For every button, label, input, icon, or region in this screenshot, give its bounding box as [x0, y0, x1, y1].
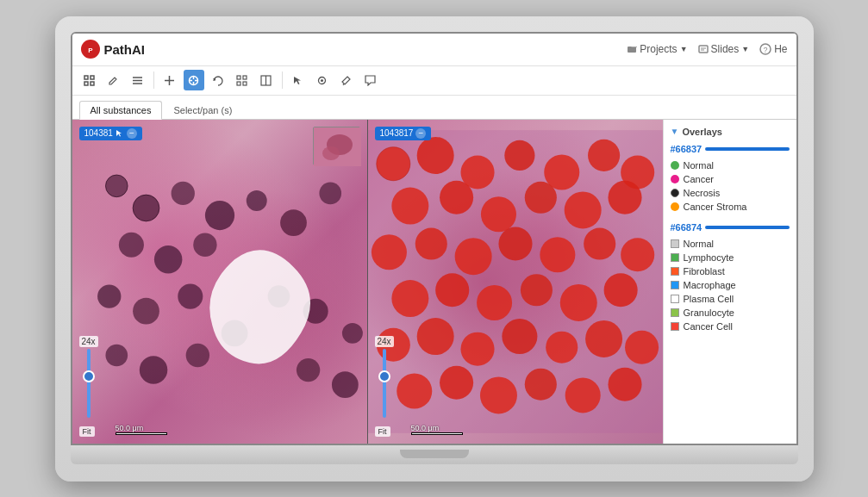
select-tool[interactable]	[184, 70, 204, 90]
svg-point-45	[139, 356, 166, 383]
overlay-item-cancer-stroma[interactable]: Cancer Stroma	[671, 200, 790, 214]
svg-rect-25	[237, 82, 240, 85]
overlay-slider-1[interactable]	[705, 147, 789, 151]
svg-point-68	[564, 191, 601, 228]
brush-tool[interactable]	[336, 70, 357, 90]
slides-icon	[698, 44, 709, 54]
svg-rect-11	[91, 82, 94, 85]
scale-label-right: 50.0 μm	[411, 424, 440, 432]
svg-point-43	[178, 283, 203, 308]
remove-slide-left-btn[interactable]: −	[127, 128, 137, 139]
separator	[153, 71, 154, 89]
svg-point-50	[341, 322, 362, 343]
slide-panel-left[interactable]: 104381 −	[72, 120, 368, 444]
svg-point-79	[477, 284, 512, 320]
svg-point-46	[185, 343, 209, 366]
comment-tool[interactable]	[360, 70, 381, 90]
svg-point-52	[331, 371, 358, 398]
svg-point-40	[319, 182, 341, 204]
color-square-lymphocyte	[671, 253, 679, 262]
logo-text: PathAI	[104, 42, 146, 57]
overlay-item-normal-1[interactable]: Normal	[671, 158, 790, 172]
overlay-item-granulocyte[interactable]: Granulocyte	[671, 306, 790, 320]
overlays-panel: ▼ Overlays #66837 Normal	[663, 120, 796, 444]
color-dot-cancer	[671, 175, 679, 183]
svg-point-78	[435, 273, 469, 307]
annotate-icon	[316, 75, 328, 86]
color-dot-necrosis	[671, 189, 679, 197]
svg-rect-23	[237, 76, 240, 79]
tab-select-pan[interactable]: Select/pan (s)	[162, 101, 243, 119]
zoom-label-left: 24x	[79, 336, 98, 347]
add-icon	[164, 75, 175, 86]
fit-button-left[interactable]: Fit	[79, 426, 95, 437]
select-icon	[188, 75, 199, 86]
overlay-id-1: #66837	[671, 144, 703, 154]
overlay-item-cancer-cell[interactable]: Cancer Cell	[671, 320, 790, 333]
svg-point-64	[391, 187, 428, 224]
svg-point-89	[625, 330, 659, 363]
scale-line-right	[411, 432, 463, 435]
list-icon	[132, 75, 143, 86]
color-square-macrophage	[671, 281, 679, 289]
help-icon: ?	[759, 43, 771, 55]
svg-rect-10	[84, 82, 88, 85]
overlays-title: ▼ Overlays	[671, 127, 790, 137]
application: P PathAI Projects ▼ Slides ▼	[72, 34, 796, 444]
overlay-slider-2[interactable]	[705, 226, 789, 229]
svg-point-93	[524, 368, 556, 400]
svg-point-76	[621, 238, 654, 271]
svg-point-82	[603, 273, 637, 307]
header-nav: Projects ▼ Slides ▼ ? He	[627, 43, 787, 55]
undo-icon	[212, 75, 223, 86]
svg-point-71	[415, 227, 446, 259]
svg-rect-2	[628, 47, 636, 53]
undo-tool[interactable]	[208, 70, 228, 90]
pen-tool[interactable]	[103, 70, 124, 90]
slide-panel-right[interactable]: 1043817 − 24x Fit	[368, 120, 663, 444]
fullscreen-icon	[84, 75, 95, 86]
grid-icon	[236, 75, 247, 86]
zoom-track-left[interactable]	[87, 349, 91, 418]
slide-viewers: 104381 −	[72, 120, 663, 444]
overlay-item-normal-2[interactable]: Normal	[671, 237, 790, 251]
fullscreen-tool[interactable]	[79, 70, 100, 90]
zoom-thumb-left[interactable]	[83, 370, 95, 382]
zoom-thumb-right[interactable]	[378, 370, 390, 382]
nav-projects[interactable]: Projects ▼	[627, 43, 687, 55]
overlay-id-2: #66874	[671, 222, 703, 233]
overlay-item-cancer[interactable]: Cancer	[671, 172, 790, 186]
color-dot-cancer-stroma	[671, 202, 679, 211]
color-square-normal	[671, 239, 679, 248]
fit-button-right[interactable]: Fit	[375, 426, 390, 437]
main-content: 104381 −	[72, 120, 796, 444]
list-tool[interactable]	[128, 70, 148, 90]
slide-image-right	[368, 120, 663, 444]
overlay-item-macrophage[interactable]: Macrophage	[671, 278, 790, 292]
nav-help[interactable]: ? He	[759, 43, 787, 55]
nav-slides[interactable]: Slides ▼	[698, 43, 750, 55]
toolbar	[72, 66, 796, 96]
cursor-tool[interactable]	[288, 70, 309, 90]
remove-slide-right-btn[interactable]: −	[415, 128, 426, 139]
svg-rect-24	[243, 76, 247, 79]
split-tool[interactable]	[256, 70, 277, 90]
grid-tool[interactable]	[232, 70, 253, 90]
add-tool[interactable]	[159, 70, 180, 90]
annotate-tool[interactable]	[312, 70, 333, 90]
overlay-item-fibroblast[interactable]: Fibroblast	[671, 264, 790, 278]
overlay-item-plasma-cell[interactable]: Plasma Cell	[671, 292, 790, 306]
svg-point-85	[460, 332, 494, 365]
tab-bar: All substances Select/pan (s)	[72, 96, 796, 120]
zoom-track-right[interactable]	[383, 349, 386, 418]
svg-point-67	[524, 181, 556, 213]
overlay-group-1: #66837 Normal Cancer	[671, 144, 790, 214]
svg-point-77	[391, 280, 428, 317]
svg-point-74	[540, 237, 575, 272]
brush-icon	[340, 75, 352, 86]
svg-point-34	[204, 200, 234, 229]
tab-all-substances[interactable]: All substances	[79, 101, 163, 120]
overlay-item-necrosis[interactable]: Necrosis	[671, 186, 790, 200]
overlay-item-lymphocyte[interactable]: Lymphocyte	[671, 251, 790, 264]
laptop-base	[71, 445, 798, 464]
